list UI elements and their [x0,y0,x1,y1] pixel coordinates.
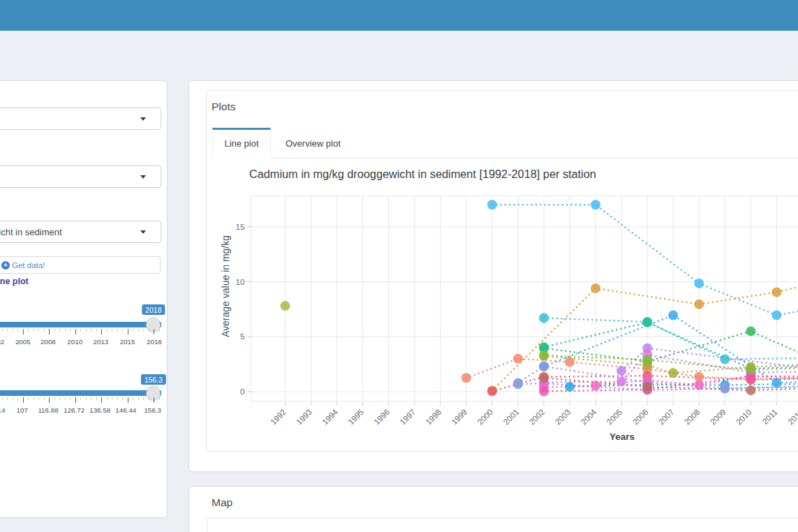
svg-text:2009: 2009 [708,407,727,426]
svg-text:2000: 2000 [475,407,494,426]
svg-text:10: 10 [236,277,245,286]
svg-text:2008: 2008 [682,407,701,426]
svg-text:Years: Years [609,431,635,442]
svg-text:1996: 1996 [372,407,391,426]
svg-text:2010: 2010 [734,407,753,426]
svg-text:2005: 2005 [605,407,623,426]
svg-text:1995: 1995 [346,407,365,426]
svg-text:5: 5 [240,332,244,341]
svg-text:1997: 1997 [398,407,417,426]
svg-text:0: 0 [240,387,244,396]
svg-text:1993: 1993 [295,407,313,426]
svg-text:2012: 2012 [785,407,798,426]
svg-text:Cadmium in mg/kg drooggewicht: Cadmium in mg/kg drooggewicht in sedimen… [249,168,596,180]
svg-text:1992: 1992 [268,407,287,426]
svg-text:Average value in mg/kg: Average value in mg/kg [220,235,231,337]
svg-text:2006: 2006 [630,407,649,426]
svg-text:2003: 2003 [553,407,572,426]
svg-text:15: 15 [236,222,245,231]
svg-text:2001: 2001 [501,407,520,426]
svg-text:1994: 1994 [320,407,340,427]
svg-text:2004: 2004 [579,407,598,427]
svg-text:2002: 2002 [527,407,546,426]
svg-text:2011: 2011 [760,407,779,426]
svg-text:1998: 1998 [424,407,443,426]
svg-text:2007: 2007 [656,407,675,426]
svg-text:1999: 1999 [450,407,468,426]
